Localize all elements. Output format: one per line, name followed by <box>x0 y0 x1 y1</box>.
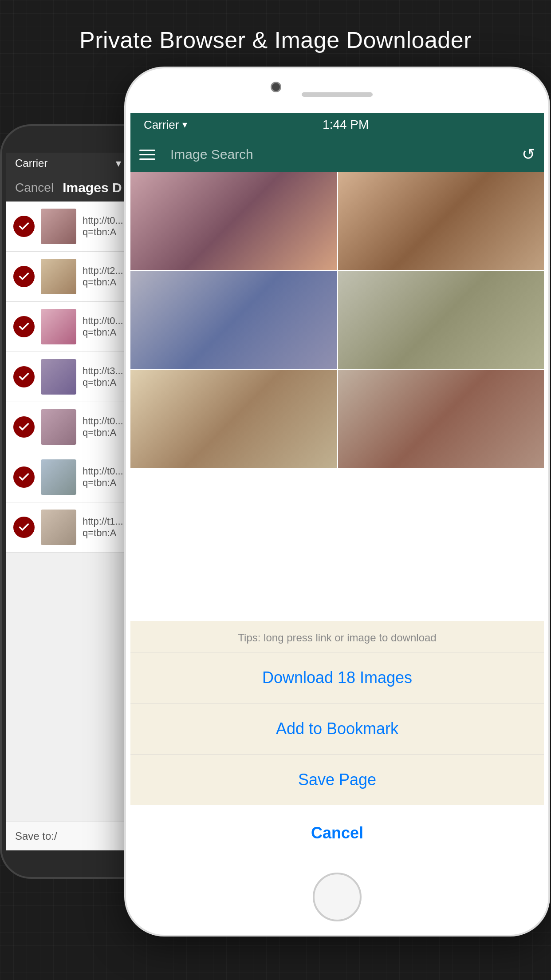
add-to-bookmark-button[interactable]: Add to Bookmark <box>130 703 544 754</box>
thumb-1 <box>41 209 76 244</box>
grid-image-2 <box>338 172 544 270</box>
thumb-4 <box>41 359 76 395</box>
refresh-icon[interactable]: ↺ <box>522 145 535 164</box>
grid-image-6 <box>338 370 544 468</box>
thumb-5 <box>41 409 76 445</box>
phone-home-button[interactable] <box>313 873 362 921</box>
checkbox-2[interactable] <box>13 266 35 287</box>
status-bar: Carrier ▾ 1:44 PM <box>130 113 544 137</box>
save-to-label: Save to:/ <box>15 830 57 842</box>
phone-speaker <box>302 92 373 97</box>
grid-image-3 <box>130 271 337 369</box>
action-sheet-tip: Tips: long press link or image to downlo… <box>130 621 544 652</box>
carrier-label: Carrier <box>144 118 179 132</box>
checkbox-7[interactable] <box>13 517 35 538</box>
carrier-area: Carrier ▾ <box>144 118 187 132</box>
save-page-button[interactable]: Save Page <box>130 754 544 805</box>
cancel-button[interactable]: Cancel <box>130 807 544 859</box>
thumb-2 <box>41 259 76 294</box>
grid-image-1 <box>130 172 337 270</box>
thumb-3 <box>41 309 76 344</box>
url-4: http://t3...q=tbn:A <box>83 365 123 388</box>
checkbox-3[interactable] <box>13 316 35 337</box>
status-time: 1:44 PM <box>323 118 369 132</box>
checkbox-6[interactable] <box>13 466 35 488</box>
nav-bar: ↺ <box>130 137 544 172</box>
grid-image-5 <box>130 370 337 468</box>
thumb-7 <box>41 510 76 545</box>
app-title: Private Browser & Image Downloader <box>0 27 551 53</box>
action-sheet-group: Tips: long press link or image to downlo… <box>130 621 544 805</box>
url-7: http://t1...q=tbn:A <box>83 516 123 539</box>
action-sheet: Tips: long press link or image to downlo… <box>130 621 544 864</box>
grid-image-4 <box>338 271 544 369</box>
wifi-icon: ▾ <box>182 119 187 130</box>
url-3: http://t0...q=tbn:A <box>83 315 123 338</box>
image-grid <box>130 172 544 468</box>
hamburger-menu-icon[interactable] <box>139 150 161 160</box>
url-5: http://t0...q=tbn:A <box>83 415 123 439</box>
thumb-6 <box>41 459 76 495</box>
front-phone: Carrier ▾ 1:44 PM ↺ <box>124 67 550 937</box>
back-nav-title: Images D <box>63 180 122 195</box>
front-screen: Carrier ▾ 1:44 PM ↺ <box>130 113 544 864</box>
url-6: http://t0...q=tbn:A <box>83 466 123 489</box>
back-cancel-btn[interactable]: Cancel <box>15 181 54 195</box>
search-input[interactable] <box>170 147 513 162</box>
checkbox-4[interactable] <box>13 366 35 387</box>
checkbox-5[interactable] <box>13 416 35 438</box>
url-2: http://t2...q=tbn:A <box>83 265 123 288</box>
checkbox-1[interactable] <box>13 216 35 237</box>
back-wifi-icon: ▾ <box>116 157 121 170</box>
phone-camera <box>271 82 281 92</box>
download-images-button[interactable]: Download 18 Images <box>130 652 544 703</box>
back-carrier: Carrier <box>15 157 47 170</box>
url-1: http://t0...q=tbn:A <box>83 215 123 238</box>
